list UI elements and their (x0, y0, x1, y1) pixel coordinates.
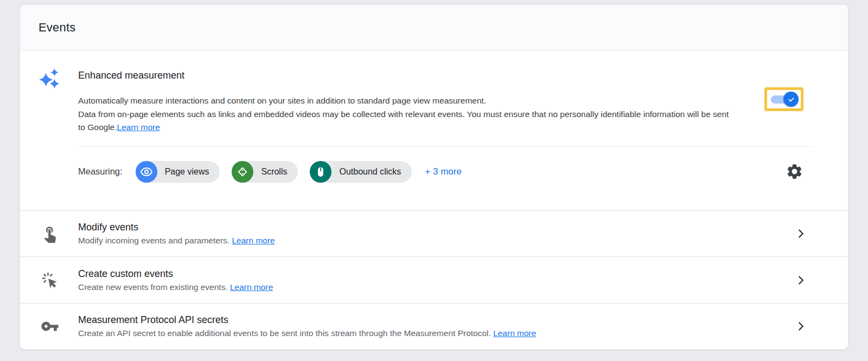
toggle-thumb (783, 92, 799, 107)
chip-page-views[interactable]: Page views (136, 161, 220, 183)
enhanced-measurement-toggle[interactable] (764, 87, 803, 111)
toggle-switch-on (771, 94, 797, 104)
enhanced-measurement-title: Enhanced measurement (78, 70, 829, 81)
chip-label: Scrolls (261, 167, 287, 177)
row-title: Create custom events (78, 268, 273, 280)
row-text: Modify events Modify incoming events and… (78, 222, 275, 246)
row-text: Measurement Protocol API secrets Create … (78, 314, 536, 338)
description-secondary: Data from on-page elements such as links… (78, 109, 729, 132)
chevron-right-icon[interactable] (794, 319, 808, 333)
card-header: Events (20, 5, 848, 50)
toggle-inner (767, 90, 801, 108)
page-title: Events (39, 21, 75, 35)
description-primary: Automatically measure interactions and c… (78, 94, 735, 108)
row-description-text: Create new events from existing events. (78, 282, 228, 292)
mouse-icon (310, 161, 331, 183)
row-modify-events[interactable]: Modify events Modify incoming events and… (20, 210, 848, 256)
enhanced-measurement-description: Automatically measure interactions and c… (78, 94, 735, 134)
row-description: Create an API secret to enable additiona… (78, 328, 536, 338)
sparkle-icon (39, 68, 61, 210)
create-custom-events-learn-more-link[interactable]: Learn more (230, 282, 273, 292)
touch-icon (39, 224, 61, 243)
chip-label: Outbound clicks (339, 167, 401, 177)
row-create-custom-events[interactable]: Create custom events Create new events f… (20, 256, 848, 302)
row-description-text: Create an API secret to enable additiona… (78, 328, 491, 338)
chevron-right-icon[interactable] (794, 273, 808, 287)
api-secrets-learn-more-link[interactable]: Learn more (493, 328, 536, 338)
row-measurement-protocol-api-secrets[interactable]: Measurement Protocol API secrets Create … (20, 303, 848, 349)
chip-label: Page views (165, 167, 209, 177)
enhanced-measurement-learn-more-link[interactable]: Learn more (117, 123, 160, 132)
measuring-row: Measuring: Page views (78, 147, 829, 201)
chip-outbound-clicks[interactable]: Outbound clicks (310, 161, 412, 183)
enhanced-measurement-section: Enhanced measurement Automatically measu… (20, 50, 848, 210)
row-description: Create new events from existing events. … (78, 282, 273, 292)
row-description-text: Modify incoming events and parameters. (78, 236, 229, 245)
row-description: Modify incoming events and parameters. L… (78, 236, 275, 246)
eye-icon (136, 161, 157, 183)
chip-scrolls[interactable]: Scrolls (232, 161, 298, 183)
modify-events-learn-more-link[interactable]: Learn more (232, 236, 275, 245)
gear-icon[interactable] (786, 163, 803, 181)
row-title: Modify events (78, 222, 275, 233)
measuring-label: Measuring: (78, 166, 123, 177)
scroll-icon (232, 161, 253, 183)
chevron-right-icon[interactable] (794, 227, 808, 241)
cursor-click-icon (39, 271, 61, 289)
enhanced-measurement-content: Enhanced measurement Automatically measu… (78, 67, 829, 210)
key-icon (39, 317, 61, 336)
events-card: Events Enhanced measurement Automaticall… (20, 4, 848, 350)
row-text: Create custom events Create new events f… (78, 268, 273, 292)
row-title: Measurement Protocol API secrets (78, 314, 536, 326)
more-chips-link[interactable]: + 3 more (425, 166, 462, 177)
